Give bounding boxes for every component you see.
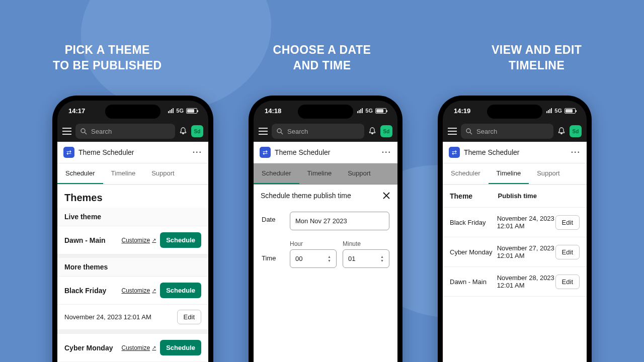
date-input[interactable]: Mon Nov 27 2023 — [290, 212, 389, 230]
menu-icon[interactable] — [62, 128, 71, 135]
avatar[interactable]: Sd — [191, 125, 203, 137]
network-label: 5G — [365, 108, 373, 114]
timeline-theme: Dawn - Main — [450, 278, 497, 286]
caption-3: VIEW AND EDIT TIMELINE — [446, 42, 627, 73]
tab-support[interactable]: Support — [340, 163, 379, 184]
customize-link[interactable]: Customize↗ — [122, 344, 156, 351]
app-header: ⇄ Theme Scheduler ··· — [443, 142, 587, 163]
signal-icon — [546, 108, 552, 113]
search-icon — [277, 128, 283, 135]
more-icon[interactable]: ··· — [193, 148, 202, 157]
captions: PICK A THEME TO BE PUBLISHED CHOOSE A DA… — [0, 42, 644, 73]
time-row: Time Hour 00▲▼ Minute 01▲▼ — [254, 235, 397, 273]
more-icon[interactable]: ··· — [382, 148, 391, 157]
bell-icon[interactable] — [179, 127, 187, 135]
phone-mockup-2: 14:18 5G Search Sd ⇄ Theme S — [249, 96, 403, 362]
caption-1: PICK A THEME TO BE PUBLISHED — [17, 42, 198, 73]
timeline-time: November 27, 2023 12:01 AM — [497, 244, 555, 259]
top-bar: Search Sd — [57, 121, 208, 142]
app-name: Theme Scheduler — [78, 148, 189, 156]
themes-header: Themes — [57, 185, 208, 208]
scheduled-time-row: November 24, 2023 12:01 AM Edit — [57, 304, 208, 329]
customize-link[interactable]: Customize↗ — [122, 287, 156, 294]
search-placeholder: Search — [476, 128, 497, 135]
battery-icon — [375, 108, 386, 114]
timeline-theme: Cyber Monday — [450, 248, 497, 256]
external-link-icon: ↗ — [152, 345, 156, 350]
edit-button[interactable]: Edit — [555, 215, 580, 230]
edit-button[interactable]: Edit — [555, 245, 580, 259]
signal-icon — [168, 108, 174, 113]
app-icon: ⇄ — [63, 147, 74, 158]
timeline-row: Cyber Monday November 27, 2023 12:01 AM … — [443, 237, 587, 267]
status-time: 14:17 — [68, 107, 85, 115]
stepper-icon: ▲▼ — [328, 255, 331, 262]
timeline-theme: Black Friday — [450, 219, 497, 226]
bell-icon[interactable] — [368, 127, 376, 135]
app-header: ⇄ Theme Scheduler ··· — [57, 142, 208, 163]
app-header: ⇄ Theme Scheduler ··· — [254, 142, 397, 163]
menu-icon[interactable] — [259, 128, 268, 135]
scheduled-time: November 24, 2023 12:01 AM — [64, 313, 151, 321]
tab-timeline[interactable]: Timeline — [103, 163, 144, 184]
tab-timeline[interactable]: Timeline — [299, 163, 340, 184]
search-input[interactable]: Search — [272, 124, 364, 139]
timeline-row: Black Friday November 24, 2023 12:01 AM … — [443, 208, 587, 237]
search-placeholder: Search — [287, 128, 308, 135]
customize-link[interactable]: Customize↗ — [122, 237, 156, 244]
theme-name: Black Friday — [64, 287, 118, 295]
theme-name: Cyber Monday — [64, 344, 118, 352]
avatar[interactable]: Sd — [570, 125, 582, 137]
svg-point-2 — [466, 129, 470, 133]
col-publish-header: Publish time — [498, 192, 557, 200]
network-label: 5G — [554, 108, 562, 114]
col-theme-header: Theme — [450, 192, 498, 200]
tab-scheduler[interactable]: Scheduler — [57, 163, 103, 184]
hour-label: Hour — [290, 240, 337, 247]
network-label: 5G — [176, 108, 184, 114]
battery-icon — [186, 108, 197, 114]
external-link-icon: ↗ — [152, 237, 156, 243]
schedule-button[interactable]: Schedule — [160, 232, 201, 248]
theme-name: Dawn - Main — [64, 236, 118, 244]
live-theme-header: Live theme — [57, 208, 208, 226]
app-icon: ⇄ — [449, 147, 460, 158]
search-icon — [80, 128, 87, 135]
schedule-button[interactable]: Schedule — [160, 283, 201, 298]
caption-2: CHOOSE A DATE AND TIME — [231, 42, 413, 73]
search-input[interactable]: Search — [461, 124, 553, 139]
tab-timeline[interactable]: Timeline — [489, 163, 529, 184]
tab-support[interactable]: Support — [143, 163, 183, 184]
edit-button[interactable]: Edit — [177, 310, 201, 324]
search-input[interactable]: Search — [75, 124, 175, 139]
minute-label: Minute — [343, 240, 389, 247]
tab-scheduler[interactable]: Scheduler — [254, 163, 299, 184]
app-name: Theme Scheduler — [464, 148, 567, 156]
tab-bar: Scheduler Timeline Support — [57, 163, 208, 185]
bell-icon[interactable] — [557, 127, 566, 135]
app-name: Theme Scheduler — [275, 148, 378, 156]
edit-button[interactable]: Edit — [555, 275, 580, 289]
theme-row: Black Friday Customize↗ Schedule — [57, 276, 208, 304]
minute-select[interactable]: 01▲▼ — [343, 249, 389, 268]
phone-mockup-3: 14:19 5G Search Sd ⇄ Theme S — [438, 96, 592, 362]
modal-title: Schedule theme publish time — [261, 192, 351, 200]
close-icon[interactable] — [382, 192, 390, 200]
modal-header: Schedule theme publish time — [254, 185, 397, 207]
tab-support[interactable]: Support — [529, 163, 568, 184]
phone-mockup-1: 14:17 5G Search Sd — [52, 96, 213, 362]
time-label: Time — [262, 240, 283, 262]
menu-icon[interactable] — [448, 128, 457, 135]
theme-row-live: Dawn - Main Customize↗ Schedule — [57, 226, 208, 254]
search-icon — [466, 128, 472, 135]
top-bar: Search Sd — [254, 121, 397, 142]
stepper-icon: ▲▼ — [380, 255, 384, 262]
tab-scheduler[interactable]: Scheduler — [443, 163, 489, 184]
status-time: 14:18 — [265, 107, 281, 115]
schedule-button[interactable]: Schedule — [160, 340, 201, 355]
hour-select[interactable]: 00▲▼ — [290, 249, 337, 268]
timeline-row: Dawn - Main November 28, 2023 12:01 AM E… — [443, 267, 587, 297]
more-icon[interactable]: ··· — [571, 148, 581, 157]
avatar[interactable]: Sd — [380, 125, 392, 137]
search-placeholder: Search — [91, 128, 112, 135]
